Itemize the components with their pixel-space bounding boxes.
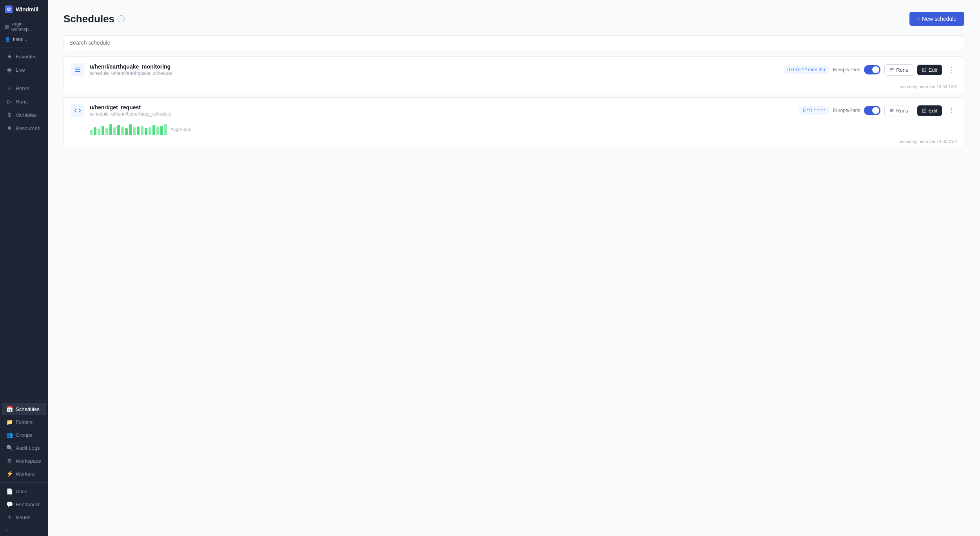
chart-bar — [109, 124, 112, 135]
schedule-2-edited-by: edited by henri the 14:30 11/4 — [900, 139, 957, 144]
schedule-1-runs-button[interactable]: Runs — [884, 64, 913, 76]
schedule-2-info: u/henri/get_request schedule: u/henri/be… — [90, 104, 793, 117]
sidebar-item-variables[interactable]: $ Variables — [2, 109, 46, 121]
sidebar-item-folders[interactable]: 📁 Folders — [2, 416, 46, 428]
page-title-row: Schedules i — [64, 13, 125, 25]
folders-icon: 📁 — [6, 419, 13, 425]
schedule-2-runs-button[interactable]: Runs — [884, 105, 913, 116]
sidebar-label-folders: Folders — [16, 419, 33, 425]
schedule-card-2-main: u/henri/get_request schedule: u/henri/be… — [64, 98, 964, 123]
runs-icon: ▷ — [6, 98, 13, 105]
divider-1 — [0, 47, 48, 47]
schedule-1-cron: 0 0 15 * * mon,thu — [784, 65, 829, 74]
chart-bar — [149, 127, 151, 135]
sidebar-label-docs: Docs — [16, 489, 27, 494]
divider-4 — [0, 482, 48, 483]
chart-bar — [125, 128, 128, 135]
sidebar-label-home: Home — [16, 85, 29, 91]
app-name: Windmill — [16, 6, 38, 13]
groups-icon: 👥 — [6, 432, 13, 438]
chart-bar — [145, 128, 147, 135]
sidebar-item-issues[interactable]: ⚠ Issues — [2, 511, 46, 523]
info-icon[interactable]: i — [118, 15, 125, 22]
sidebar-item-workspace[interactable]: ⚙ Workspace — [2, 455, 46, 467]
sidebar-item-runs[interactable]: ▷ Runs — [2, 95, 46, 108]
workers-icon: ⚡ — [6, 471, 13, 477]
chart-bar — [98, 129, 100, 135]
schedule-1-type-icon — [71, 63, 84, 76]
schedule-1-footer: edited by henri the 13:58 12/6 — [64, 83, 964, 93]
edit-pencil-icon — [922, 67, 927, 72]
schedule-1-toggle[interactable] — [864, 65, 880, 74]
schedules-icon: 📅 — [6, 406, 13, 412]
sidebar-item-docs[interactable]: 📄 Docs — [2, 485, 46, 498]
schedule-2-timezone: Europe/Paris — [833, 108, 860, 113]
schedule-1-info: u/henri/earthquake_monitoring schedule: … — [90, 63, 778, 76]
username: henri ↓ — [13, 37, 27, 42]
chart-bar — [152, 125, 155, 135]
chart-bar — [141, 126, 143, 135]
schedule-2-path: schedule: u/henri/beneficiary_schedule — [90, 111, 793, 117]
sidebar-label-workspace: Workspace — [16, 458, 41, 464]
schedule-1-edited-by: edited by henri the 13:58 12/6 — [900, 84, 957, 89]
page-header: Schedules i + New schedule — [64, 12, 964, 26]
chart-bar — [117, 125, 120, 135]
sidebar-label-runs: Runs — [16, 99, 27, 105]
sidebar-item-audit-logs[interactable]: 🔍 Audit Logs — [2, 442, 46, 454]
sidebar-item-groups[interactable]: 👥 Groups — [2, 429, 46, 441]
sidebar-label-groups: Groups — [16, 432, 33, 438]
schedule-2-chart: Avg: 0.26s — [64, 123, 964, 138]
chart-bars — [90, 124, 167, 135]
sidebar-item-resources[interactable]: ❖ Resources — [2, 122, 46, 134]
star-icon: ★ — [6, 53, 13, 60]
schedule-2-toggle[interactable] — [864, 106, 880, 115]
sidebar-item-feedbacks[interactable]: 💬 Feedbacks — [2, 498, 46, 511]
grid-icon: ▦ — [5, 24, 9, 29]
workspace-name: virgin-worsksp... — [11, 21, 43, 32]
feedback-icon: 💬 — [6, 501, 13, 507]
user-menu[interactable]: 👤 henri ↓ — [0, 34, 48, 45]
chart-bar — [105, 128, 108, 135]
sidebar-label-variables: Variables — [16, 112, 36, 118]
chart-bar — [133, 127, 136, 135]
sidebar-item-favorites[interactable]: ★ Favorites — [2, 50, 46, 63]
schedule-2-type-icon — [71, 104, 84, 117]
schedule-1-more-button[interactable]: ⋮ — [946, 65, 957, 75]
search-input[interactable] — [64, 35, 964, 50]
schedule-1-timezone: Europe/Paris — [833, 67, 860, 72]
chart-bar — [129, 124, 132, 135]
schedule-card-1-main: u/henri/earthquake_monitoring schedule: … — [64, 57, 964, 83]
sidebar-item-home[interactable]: ⌂ Home — [2, 82, 46, 94]
new-schedule-button[interactable]: + New schedule — [909, 12, 964, 26]
schedule-2-name: u/henri/get_request — [90, 104, 793, 110]
runs-list-icon-2 — [889, 108, 894, 113]
schedule-2-cron: 0 */1 * * * * — [799, 106, 829, 115]
divider-2 — [0, 79, 48, 79]
schedule-card-2: u/henri/get_request schedule: u/henri/be… — [64, 97, 964, 148]
divider-3 — [0, 400, 48, 400]
page-title: Schedules — [64, 13, 114, 25]
workspace-selector[interactable]: ▦ virgin-worsksp... — [0, 19, 48, 34]
chart-bar — [90, 130, 93, 135]
sidebar-item-live[interactable]: ◉ Live — [2, 63, 46, 76]
schedule-1-meta: 0 0 15 * * mon,thu Europe/Paris Runs — [784, 64, 957, 76]
schedule-2-runs-label: Runs — [896, 108, 908, 114]
schedule-1-path: schedule: u/henri/earthquake_schedule — [90, 71, 778, 76]
schedule-card-1: u/henri/earthquake_monitoring schedule: … — [64, 56, 964, 93]
schedule-2-edit-button[interactable]: Edit — [917, 105, 942, 116]
main-content: Schedules i + New schedule u/henri/earth… — [48, 0, 980, 536]
schedule-1-edit-button[interactable]: Edit — [917, 65, 942, 75]
sidebar-label-feedbacks: Feedbacks — [16, 502, 41, 507]
app-logo[interactable]: ⚙ Windmill — [0, 0, 48, 19]
sidebar-item-schedules[interactable]: 📅 Schedules — [2, 403, 46, 415]
sidebar-item-workers[interactable]: ⚡ Workers — [2, 467, 46, 480]
sidebar-label-live: Live — [16, 67, 25, 73]
schedule-1-runs-label: Runs — [896, 67, 908, 73]
back-arrow-icon: ← — [5, 527, 9, 533]
audit-icon: 🔍 — [6, 445, 13, 451]
schedule-2-more-button[interactable]: ⋮ — [946, 105, 957, 116]
back-button[interactable]: ← — [0, 524, 48, 536]
sidebar-label-resources: Resources — [16, 125, 40, 131]
sidebar: ⚙ Windmill ▦ virgin-worsksp... 👤 henri ↓… — [0, 0, 48, 536]
sidebar-label-audit: Audit Logs — [16, 445, 40, 451]
